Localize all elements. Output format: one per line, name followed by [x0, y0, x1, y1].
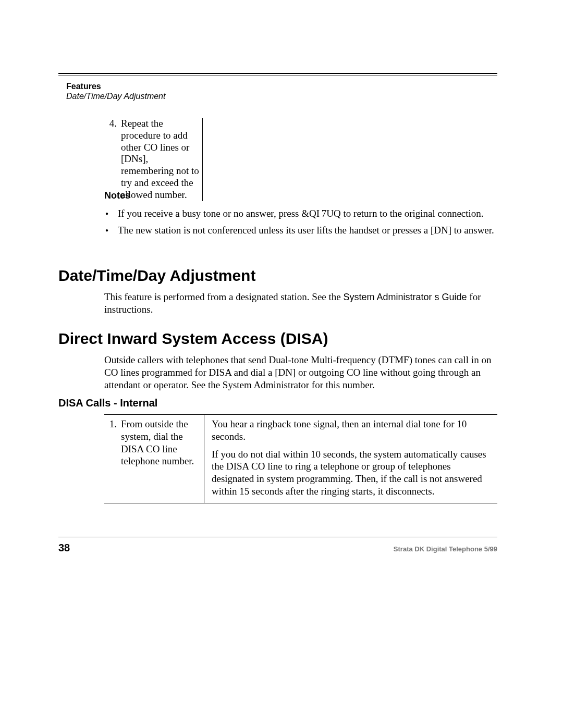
step-4: 4. Repeat the procedure to add other CO … — [104, 118, 203, 201]
datetime-post: instructions. — [104, 304, 153, 315]
page-header: Features Date/Time/Day Adjustment — [66, 81, 165, 101]
heading-disa: Direct Inward System Access (DISA) — [58, 329, 328, 348]
notes-heading: Notes — [104, 190, 130, 201]
page-number: 38 — [58, 542, 70, 554]
table-result-p2: If you do not dial within 10 seconds, th… — [212, 448, 495, 498]
notes-list: If you receive a busy tone or no answer,… — [104, 203, 495, 237]
table-step-number: 1. — [104, 418, 117, 430]
footer-rule — [58, 537, 497, 537]
disa-table: 1. From outside the system, dial the DIS… — [104, 414, 497, 503]
header-breadcrumb: Date/Time/Day Adjustment — [66, 91, 165, 101]
footer-doc-title: Strata DK Digital Telephone 5/99 — [394, 545, 497, 553]
table-result-p1: You hear a ringback tone signal, then an… — [212, 418, 495, 443]
page: Features Date/Time/Day Adjustment 4. Rep… — [0, 0, 563, 728]
disa-body: Outside callers with telephones that sen… — [104, 354, 498, 391]
table-row: 1. From outside the system, dial the DIS… — [104, 415, 497, 503]
table-step-text: From outside the system, dial the DISA C… — [121, 418, 199, 467]
header-rule — [58, 73, 497, 76]
step-4-number: 4. — [104, 118, 117, 130]
table-result-cell: You hear a ringback tone signal, then an… — [204, 415, 497, 503]
datetime-body: This feature is performed from a designa… — [104, 291, 498, 316]
datetime-pre: This feature is performed from a designa… — [104, 291, 344, 302]
header-features: Features — [66, 81, 165, 91]
step-4-text: Repeat the procedure to add other CO lin… — [121, 118, 202, 201]
datetime-mid: for — [467, 291, 481, 302]
note-item: If you receive a busy tone or no answer,… — [104, 207, 495, 220]
table-step-cell: 1. From outside the system, dial the DIS… — [104, 415, 204, 503]
heading-disa-internal: DISA Calls - Internal — [58, 397, 157, 409]
heading-datetime: Date/Time/Day Adjustment — [58, 266, 255, 285]
datetime-guide-ref: System Administrator s Guide — [344, 292, 467, 302]
note-item: The new station is not conferenced unles… — [104, 224, 495, 237]
